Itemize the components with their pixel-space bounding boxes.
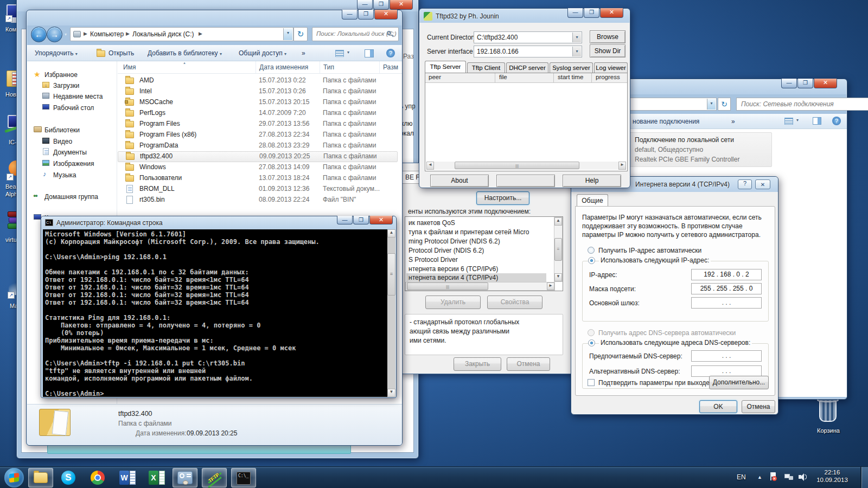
- preview-pane-icon[interactable]: [365, 49, 374, 57]
- browse-button[interactable]: Browse: [590, 30, 626, 43]
- close-button[interactable]: ✕: [755, 179, 770, 189]
- mask-field[interactable]: 255 . 255 . 255 . 0: [691, 283, 762, 294]
- radio-use-dns[interactable]: [588, 339, 595, 346]
- sidebar-item-video[interactable]: Видео: [53, 138, 72, 145]
- help-icon[interactable]: ?: [386, 49, 395, 57]
- refresh-button[interactable]: ↻: [718, 98, 731, 111]
- scroll-thumb[interactable]: |||: [407, 282, 488, 290]
- file-row[interactable]: Intel15.07.2013 0:26Папка с файлами: [118, 86, 402, 97]
- help-icon[interactable]: ?: [832, 117, 841, 125]
- preview-pane-icon[interactable]: [813, 117, 821, 125]
- help-button[interactable]: Help: [563, 175, 621, 187]
- combo-dropdown-icon[interactable]: ▾: [572, 47, 581, 56]
- close-button[interactable]: ✕: [374, 10, 398, 20]
- toolbar-organize[interactable]: Упорядочить ▾: [35, 47, 78, 61]
- scroll-left-icon[interactable]: ◄: [426, 162, 434, 170]
- address-bar[interactable]: ▶ Компьютер ▶ Локальный диск (C:) ▶ ▾: [70, 27, 293, 41]
- view-caret-icon[interactable]: ▾: [347, 50, 349, 55]
- action-center-icon[interactable]: ✕: [769, 472, 777, 481]
- cancel-button[interactable]: Отмена: [507, 357, 550, 371]
- gateway-field[interactable]: . . .: [691, 297, 762, 309]
- column-name[interactable]: Имя: [120, 61, 136, 73]
- listbox-hscrollbar[interactable]: ||| ►: [405, 282, 555, 291]
- file-row[interactable]: Пользователи13.07.2013 18:24Папка с файл…: [118, 173, 402, 184]
- maximize-button[interactable]: ❐: [358, 10, 374, 20]
- ok-button[interactable]: OK: [699, 400, 737, 413]
- search-box[interactable]: Поиск: Локальный диск (C:): [312, 27, 399, 41]
- col-peer[interactable]: peer: [429, 74, 441, 80]
- close-button[interactable]: ✕: [390, 0, 413, 10]
- sidebar-item-favorites[interactable]: Избранное: [44, 71, 78, 79]
- help-button[interactable]: ?: [738, 179, 752, 189]
- refresh-button[interactable]: ↻: [293, 27, 308, 41]
- cancel-button[interactable]: Отмена: [742, 400, 775, 413]
- minimize-button[interactable]: —: [342, 10, 358, 20]
- components-listbox[interactable]: ик пакетов QoS тупа к файлам и принтерам…: [405, 216, 563, 291]
- maximize-button[interactable]: ❐: [373, 0, 389, 10]
- tab-general[interactable]: Общие: [577, 194, 608, 207]
- file-row[interactable]: Program Files29.07.2013 13:56Папка с фай…: [118, 119, 402, 130]
- toolbar-add-library[interactable]: Добавить в библиотеку ▾: [148, 47, 222, 61]
- component-item[interactable]: ming Protocol Driver (NDIS 6.2): [409, 237, 500, 245]
- taskbar-excel[interactable]: X: [144, 468, 169, 487]
- sidebar-item-music[interactable]: Музыка: [53, 171, 76, 179]
- toolbar-share[interactable]: Общий доступ ▾: [239, 47, 286, 61]
- sidebar-item-libraries[interactable]: Библиотеки: [44, 126, 80, 134]
- breadcrumb-computer[interactable]: Компьютер: [90, 30, 124, 38]
- view-options-icon[interactable]: [784, 118, 793, 125]
- component-item[interactable]: нтернета версии 6 (TCP/IPv6): [409, 265, 498, 273]
- scroll-thumb[interactable]: |||: [455, 162, 579, 169]
- about-button[interactable]: About: [430, 175, 489, 187]
- close-button[interactable]: Закрыть: [454, 357, 501, 371]
- file-row[interactable]: AMD15.07.2013 0:22Папка с файлами: [118, 75, 402, 86]
- minimize-button[interactable]: —: [567, 8, 583, 18]
- scroll-up-icon[interactable]: ▲: [387, 229, 395, 237]
- taskbar-network-panel[interactable]: [173, 468, 197, 487]
- scroll-right-icon[interactable]: ►: [618, 162, 626, 170]
- scroll-up-icon[interactable]: ▲: [554, 217, 562, 226]
- component-item[interactable]: S Protocol Driver: [409, 256, 458, 264]
- scroll-thumb[interactable]: ≡: [387, 253, 395, 296]
- radio-use-ip[interactable]: [588, 257, 595, 264]
- taskbar-explorer[interactable]: [28, 468, 53, 487]
- file-row[interactable]: ProgramData28.08.2013 23:29Папка с файла…: [118, 140, 402, 151]
- col-file[interactable]: file: [499, 74, 507, 80]
- column-type[interactable]: Тип: [320, 61, 379, 73]
- toolbar-more-chevron[interactable]: »: [302, 47, 305, 60]
- taskbar-cmd[interactable]: C:\_: [231, 468, 256, 487]
- maximize-button[interactable]: ❐: [797, 79, 813, 88]
- close-button[interactable]: ✕: [814, 79, 837, 88]
- confirm-checkbox[interactable]: [588, 379, 595, 386]
- tab-tftp-server[interactable]: Tftp Server: [425, 61, 466, 73]
- tray-clock[interactable]: 22:16 10.09.2013: [812, 469, 853, 483]
- tab-dhcp-server[interactable]: DHCP server: [506, 62, 548, 73]
- minimize-button[interactable]: —: [781, 79, 797, 88]
- file-row[interactable]: BROM_DLL01.09.2013 12:36Текстовый докум.…: [118, 184, 402, 195]
- file-row[interactable]: rt305.bin08.09.2013 22:24Файл "BIN": [118, 195, 402, 206]
- start-button[interactable]: [4, 468, 24, 487]
- address-dropdown-icon[interactable]: ▾: [283, 28, 292, 40]
- dns1-field[interactable]: . . .: [691, 350, 762, 362]
- configure-button[interactable]: Настроить...: [476, 191, 529, 205]
- search-box[interactable]: Поиск: Сетевые подключения: [736, 98, 868, 111]
- column-size[interactable]: Разм: [379, 61, 402, 73]
- maximize-button[interactable]: ❐: [353, 216, 369, 224]
- toolbar-fragment[interactable]: нование подключения: [633, 115, 699, 128]
- sidebar-item-recent[interactable]: Недавние места: [53, 93, 103, 100]
- close-button[interactable]: ✕: [600, 8, 623, 18]
- properties-button[interactable]: Свойства: [487, 296, 542, 309]
- col-start-time[interactable]: start time: [558, 74, 583, 80]
- minimize-button[interactable]: —: [357, 0, 373, 10]
- desktop-icon-recycle-bin[interactable]: Корзина: [809, 400, 847, 437]
- current-directory-combo[interactable]: C:\tftpd32.400 ▾: [474, 31, 582, 43]
- radio-auto-dns[interactable]: [588, 329, 595, 336]
- column-date[interactable]: Дата изменения: [256, 61, 320, 73]
- scroll-thumb[interactable]: ≡: [554, 238, 562, 261]
- maximize-button[interactable]: ❐: [584, 8, 599, 18]
- file-row[interactable]: Program Files (x86)27.08.2013 22:34Папка…: [118, 130, 402, 140]
- ip-field[interactable]: 192 . 168 . 0 . 2: [691, 269, 762, 280]
- sidebar-item-documents[interactable]: Документы: [53, 149, 87, 156]
- settings-button[interactable]: [496, 175, 555, 187]
- toolbar-open[interactable]: Открыть: [108, 47, 134, 60]
- tab-syslog-server[interactable]: Syslog server: [550, 62, 593, 73]
